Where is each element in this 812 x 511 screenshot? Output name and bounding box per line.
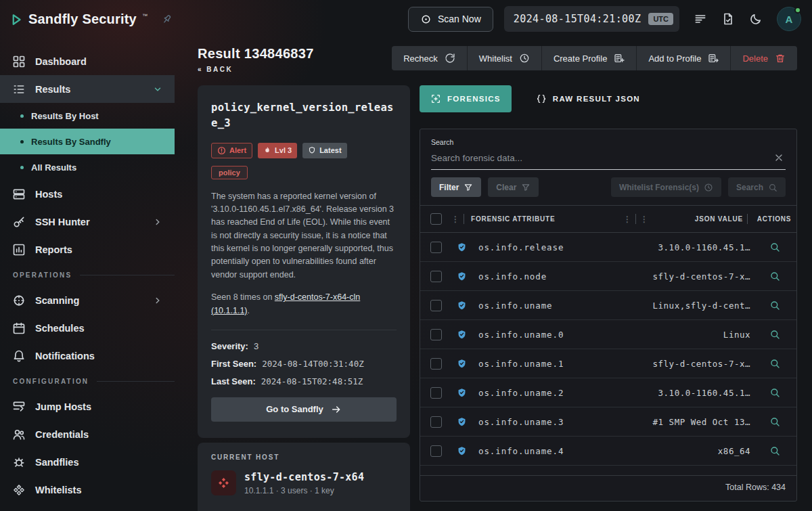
- row-search-icon[interactable]: [753, 358, 796, 369]
- row-search-icon[interactable]: [753, 445, 796, 456]
- sidebar-label: Jump Hosts: [35, 401, 91, 412]
- sidebar-item-results-by-sandfly[interactable]: Results By Sandfly: [0, 129, 175, 154]
- host-name[interactable]: sfly-d-centos-7-x64: [244, 471, 364, 483]
- reports-icon: [12, 243, 26, 257]
- column-header-attribute[interactable]: FORENSIC ATTRIBUTE: [468, 215, 623, 223]
- timestamp: 2024-08-15T04:21:00Z: [514, 13, 641, 25]
- row-checkbox[interactable]: [430, 329, 442, 340]
- whitelist-forensics-button[interactable]: Whitelist Forensic(s): [611, 177, 721, 197]
- policy-tag: policy: [211, 166, 248, 179]
- recheck-label: Recheck: [403, 53, 438, 64]
- forensic-shield-icon: [451, 387, 472, 399]
- row-checkbox[interactable]: [430, 358, 442, 370]
- row-checkbox[interactable]: [430, 416, 442, 428]
- profile-plus-icon: [614, 53, 625, 64]
- back-link[interactable]: « BACK: [198, 66, 233, 73]
- audit-log-icon[interactable]: [694, 12, 707, 26]
- sidebar-item-dashboard[interactable]: Dashboard: [0, 47, 175, 75]
- row-search-icon[interactable]: [753, 242, 796, 252]
- result-description: The system has a reported kernel version…: [211, 190, 397, 282]
- sidebar-item-sandflies[interactable]: Sandflies: [0, 448, 175, 476]
- forensic-attribute[interactable]: os.info.uname.2: [472, 388, 625, 398]
- horizontal-scrollbar[interactable]: [420, 466, 796, 475]
- row-search-icon[interactable]: [753, 416, 796, 427]
- forensic-attribute[interactable]: os.info.uname.0: [472, 330, 625, 340]
- forensic-attribute[interactable]: os.info.uname.1: [472, 359, 625, 369]
- row-checkbox[interactable]: [430, 445, 442, 457]
- tab-raw-result-json[interactable]: RAW RESULT JSON: [525, 85, 651, 112]
- license-report-icon[interactable]: [721, 12, 735, 26]
- row-search-icon[interactable]: [753, 329, 796, 340]
- sidebar-item-all-results[interactable]: All Results: [0, 154, 175, 180]
- search-label: Search: [431, 138, 453, 146]
- sidebar-item-ssh-hunter[interactable]: SSH Hunter: [0, 208, 175, 236]
- sidebar-item-reports[interactable]: Reports: [0, 236, 175, 263]
- row-checkbox[interactable]: [430, 271, 442, 282]
- sidebar-label: Sandflies: [35, 457, 78, 468]
- whitelists-icon: [12, 483, 26, 497]
- add-to-profile-button[interactable]: Add to Profile: [636, 46, 730, 70]
- sidebar-item-jump-hosts[interactable]: Jump Hosts: [0, 393, 175, 420]
- forensic-shield-icon: [451, 416, 472, 428]
- column-grip-icon[interactable]: [451, 215, 459, 224]
- row-checkbox[interactable]: [430, 387, 442, 399]
- filter-row: Filter Clear Whitelist Forensic(s) Searc…: [420, 170, 796, 205]
- forensic-row: os.info.uname.2 3.10.0-1160.45.1…: [420, 378, 796, 407]
- row-search-icon[interactable]: [753, 387, 796, 398]
- search-submit-button[interactable]: Search: [728, 177, 786, 197]
- column-header-json-value[interactable]: JSON VALUE: [648, 215, 743, 223]
- sidebar: Dashboard Results Results By Host Result…: [0, 38, 175, 511]
- whitelist-button[interactable]: Whitelist: [467, 46, 541, 70]
- clear-filter-button[interactable]: Clear: [488, 177, 539, 197]
- first-seen-value: 2024-08-14T00:31:40Z: [262, 359, 364, 369]
- page-title: Result 134846837: [198, 46, 314, 62]
- sidebar-item-whitelists[interactable]: Whitelists: [0, 476, 175, 504]
- forensic-attribute[interactable]: os.info.uname.3: [472, 417, 625, 427]
- sidebar-item-credentials[interactable]: Credentials: [0, 420, 175, 448]
- row-checkbox[interactable]: [430, 300, 442, 311]
- sidebar-item-hosts[interactable]: Hosts: [0, 180, 175, 208]
- result-actions: Recheck Whitelist Create Profile Add to …: [392, 46, 797, 70]
- tab-forensics[interactable]: FORENSICS: [420, 85, 512, 112]
- sidebar-item-results-by-host[interactable]: Results By Host: [0, 103, 175, 129]
- row-search-icon[interactable]: [753, 300, 796, 311]
- row-checkbox[interactable]: [430, 242, 442, 253]
- refresh-icon: [445, 53, 455, 64]
- server-time[interactable]: 2024-08-15T04:21:00Z UTC: [504, 6, 679, 32]
- sidebar-item-notifications[interactable]: Notifications: [0, 342, 175, 370]
- column-grip-icon[interactable]: [640, 215, 648, 224]
- column-grip-icon[interactable]: [623, 215, 631, 224]
- sidebar-item-results[interactable]: Results: [0, 75, 175, 103]
- funnel-icon: [464, 183, 473, 192]
- delete-button[interactable]: Delete: [730, 46, 797, 70]
- whitelist-forensics-label: Whitelist Forensic(s): [619, 183, 699, 192]
- filter-button[interactable]: Filter: [431, 177, 481, 197]
- select-all-checkbox[interactable]: [430, 213, 442, 225]
- sidebar-item-scanning[interactable]: Scanning: [0, 286, 175, 314]
- go-to-sandfly-button[interactable]: Go to Sandfly: [211, 397, 397, 422]
- search-input[interactable]: [431, 149, 786, 170]
- dark-mode-icon[interactable]: [749, 13, 762, 26]
- sidebar-label: Hosts: [35, 189, 62, 200]
- magnifier-icon: [768, 183, 777, 192]
- tab-forensics-label: FORENSICS: [447, 95, 501, 103]
- forensic-attribute[interactable]: os.info.release: [472, 242, 625, 252]
- forensic-value: sfly-d-centos-7-x…: [625, 271, 753, 282]
- user-avatar[interactable]: A: [777, 7, 801, 31]
- clear-filter-label: Clear: [496, 183, 516, 192]
- clear-search-icon[interactable]: [773, 152, 784, 163]
- forensic-attribute[interactable]: os.info.uname: [472, 301, 625, 311]
- create-profile-button[interactable]: Create Profile: [541, 46, 636, 70]
- sidebar-section-operations: OPERATIONS: [0, 263, 175, 286]
- brand-logo[interactable]: Sandfly Security ™: [11, 12, 148, 27]
- online-status-dot: [794, 7, 801, 14]
- row-search-icon[interactable]: [753, 271, 796, 282]
- sidebar-item-result-profiles[interactable]: Result Profiles: [0, 504, 175, 511]
- forensic-attribute[interactable]: os.info.node: [472, 271, 625, 282]
- scan-now-button[interactable]: Scan Now: [408, 7, 493, 32]
- pin-sidebar-icon[interactable]: [161, 14, 173, 25]
- forensic-attribute[interactable]: os.info.uname.4: [472, 446, 625, 456]
- profile-arrow-icon: [708, 53, 719, 64]
- sidebar-item-schedules[interactable]: Schedules: [0, 314, 175, 342]
- recheck-button[interactable]: Recheck: [392, 46, 467, 70]
